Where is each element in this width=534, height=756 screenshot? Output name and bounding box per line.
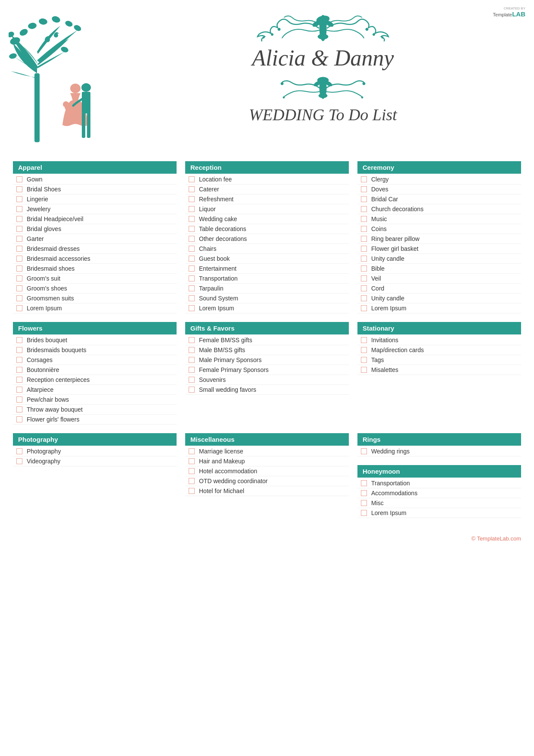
checkbox[interactable] xyxy=(361,266,367,272)
checkbox[interactable] xyxy=(189,206,195,212)
checkbox[interactable] xyxy=(189,226,195,232)
checkbox[interactable] xyxy=(189,387,195,393)
checkbox[interactable] xyxy=(16,337,22,343)
list-item-label: Transportation xyxy=(199,275,238,282)
checkbox[interactable] xyxy=(189,275,195,281)
footer: © TemplateLab.com xyxy=(0,531,534,548)
list-item-label: Gown xyxy=(27,176,43,183)
checkbox[interactable] xyxy=(361,490,367,496)
list-item: Wedding rings xyxy=(357,447,521,456)
checkbox[interactable] xyxy=(361,448,367,454)
list-item: Flower girls' flowers xyxy=(13,415,177,425)
checkbox[interactable] xyxy=(361,285,367,291)
checkbox[interactable] xyxy=(361,357,367,363)
checkbox[interactable] xyxy=(361,176,367,182)
svg-point-2 xyxy=(54,33,58,37)
checkbox[interactable] xyxy=(361,305,367,311)
checkbox[interactable] xyxy=(189,488,195,494)
checkbox[interactable] xyxy=(361,206,367,212)
checkbox[interactable] xyxy=(16,305,22,311)
checkbox[interactable] xyxy=(361,196,367,202)
checkbox[interactable] xyxy=(361,510,367,516)
checkbox[interactable] xyxy=(361,500,367,506)
category-flowers: FlowersBrides bouquetBridesmaids bouquet… xyxy=(13,322,177,425)
checkbox[interactable] xyxy=(189,216,195,222)
checkbox[interactable] xyxy=(361,256,367,262)
checkbox[interactable] xyxy=(189,468,195,474)
checkbox[interactable] xyxy=(16,406,22,412)
checkbox[interactable] xyxy=(189,367,195,373)
checkbox[interactable] xyxy=(189,357,195,363)
checkbox[interactable] xyxy=(361,275,367,281)
checkbox[interactable] xyxy=(16,275,22,281)
header-right: Alicia & Danny WEDDING To Do List xyxy=(129,9,517,126)
list-item-label: Doves xyxy=(371,186,388,193)
checkbox[interactable] xyxy=(16,367,22,373)
checkbox[interactable] xyxy=(189,246,195,252)
checkbox[interactable] xyxy=(16,216,22,222)
checkbox[interactable] xyxy=(16,397,22,403)
list-item-label: Cord xyxy=(371,285,384,292)
svg-point-28 xyxy=(263,37,264,38)
checkbox[interactable] xyxy=(361,246,367,252)
checkbox[interactable] xyxy=(189,478,195,484)
checkbox[interactable] xyxy=(189,305,195,311)
checkbox[interactable] xyxy=(16,377,22,383)
list-item: Hair and Makeup xyxy=(185,456,349,466)
checkbox[interactable] xyxy=(189,337,195,343)
checkbox[interactable] xyxy=(189,266,195,272)
checkbox[interactable] xyxy=(189,186,195,192)
checkbox[interactable] xyxy=(361,236,367,242)
checkbox[interactable] xyxy=(16,176,22,182)
list-item-label: Bridal Shoes xyxy=(27,186,61,193)
templatelab-logo: CREATED BY TemplateLAB xyxy=(493,6,525,18)
list-item: Lorem Ipsum xyxy=(357,303,521,313)
checkbox[interactable] xyxy=(16,226,22,232)
list-item: Sound System xyxy=(185,294,349,303)
list-item-label: Hotel accommodation xyxy=(199,468,257,475)
checkbox[interactable] xyxy=(189,176,195,182)
checkbox[interactable] xyxy=(361,216,367,222)
checkbox[interactable] xyxy=(189,448,195,454)
checkbox[interactable] xyxy=(16,357,22,363)
checkbox[interactable] xyxy=(16,266,22,272)
list-item-label: Bridal Car xyxy=(371,196,398,203)
checkbox[interactable] xyxy=(16,458,22,464)
checkbox[interactable] xyxy=(189,256,195,262)
checkbox[interactable] xyxy=(361,480,367,486)
category-items-miscellaneous: Marriage licenseHair and MakeupHotel acc… xyxy=(185,447,349,496)
checkbox[interactable] xyxy=(361,367,367,373)
checkbox[interactable] xyxy=(361,226,367,232)
category-photography: PhotographyPhotographyVideography xyxy=(13,433,177,466)
checkbox[interactable] xyxy=(189,347,195,353)
list-item: Reception centerpieces xyxy=(13,375,177,385)
checkbox[interactable] xyxy=(16,285,22,291)
checkbox[interactable] xyxy=(189,196,195,202)
list-item: Unity candle xyxy=(357,294,521,303)
checkbox[interactable] xyxy=(361,337,367,343)
checkbox[interactable] xyxy=(16,246,22,252)
checkbox[interactable] xyxy=(16,186,22,192)
list-item-label: Reception centerpieces xyxy=(27,376,90,383)
checkbox[interactable] xyxy=(16,256,22,262)
checkbox[interactable] xyxy=(361,295,367,301)
checkbox[interactable] xyxy=(16,448,22,454)
checkbox[interactable] xyxy=(16,347,22,353)
checkbox[interactable] xyxy=(16,196,22,202)
checkbox[interactable] xyxy=(189,377,195,383)
checkbox[interactable] xyxy=(16,206,22,212)
checkbox[interactable] xyxy=(16,387,22,393)
checkbox[interactable] xyxy=(16,236,22,242)
checkbox[interactable] xyxy=(189,295,195,301)
checkbox[interactable] xyxy=(189,458,195,464)
checkbox[interactable] xyxy=(361,186,367,192)
checkbox[interactable] xyxy=(189,236,195,242)
checkbox[interactable] xyxy=(16,416,22,422)
main-content: ApparelGownBridal ShoesLingerieJeweleryB… xyxy=(0,153,534,531)
list-item-label: Bridal gloves xyxy=(27,225,61,232)
svg-point-31 xyxy=(382,37,383,38)
checkbox[interactable] xyxy=(16,295,22,301)
checkbox[interactable] xyxy=(361,347,367,353)
list-item-label: Photography xyxy=(27,448,61,455)
checkbox[interactable] xyxy=(189,285,195,291)
